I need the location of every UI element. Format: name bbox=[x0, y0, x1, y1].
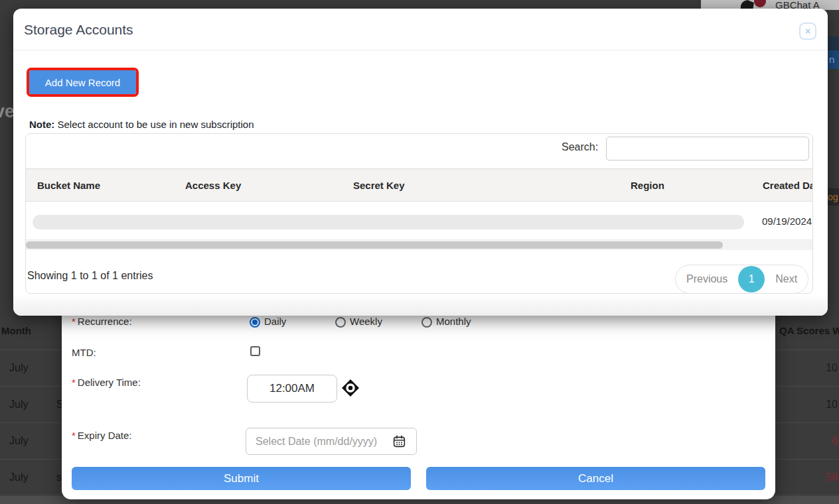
previous-page-button[interactable]: Previous bbox=[676, 273, 738, 285]
account-row[interactable]: 09/19/2024 bbox=[26, 202, 812, 240]
background-heading-fragment: ve bbox=[0, 101, 15, 122]
search-label: Search: bbox=[562, 141, 598, 153]
month-cell: July bbox=[9, 472, 28, 483]
accounts-table-card: Search: Bucket Name Access Key Secret Ke… bbox=[25, 133, 813, 294]
add-new-record-button[interactable]: Add New Record bbox=[29, 70, 136, 94]
horizontal-scrollbar[interactable] bbox=[26, 240, 812, 250]
modal-footer bbox=[13, 294, 828, 316]
radio-monthly[interactable] bbox=[421, 317, 432, 328]
background-button-fragment: n bbox=[828, 50, 839, 69]
cell-fragment: s bbox=[56, 472, 62, 483]
search-input[interactable] bbox=[606, 137, 809, 160]
qa-scores-column-header: QA Scores W bbox=[779, 325, 839, 336]
redacted-account-data bbox=[33, 215, 744, 229]
accounts-table-header: Bucket Name Access Key Secret Key Region… bbox=[26, 168, 812, 202]
next-page-button[interactable]: Next bbox=[765, 273, 808, 285]
region-header: Region bbox=[631, 169, 664, 202]
page-number-active[interactable]: 1 bbox=[738, 266, 765, 292]
bucket-name-header: Bucket Name bbox=[37, 169, 100, 202]
access-key-header: Access Key bbox=[185, 169, 241, 202]
delivery-time-input[interactable] bbox=[247, 375, 337, 403]
month-cell: July bbox=[9, 399, 28, 410]
created-date-header: Created Dat bbox=[763, 169, 813, 202]
cancel-button[interactable]: Cancel bbox=[426, 467, 765, 490]
month-cell: July bbox=[9, 362, 28, 374]
screen: GBChat A ve n og Month QA Scores W July … bbox=[0, 0, 839, 504]
note-text: Note: Select account to be use in new su… bbox=[29, 119, 254, 130]
radio-daily-label[interactable]: Daily bbox=[264, 316, 286, 327]
divider bbox=[13, 50, 828, 50]
storage-accounts-modal: Storage Accounts × Add New Record Note: … bbox=[13, 9, 828, 316]
radio-weekly[interactable] bbox=[335, 317, 346, 328]
radio-weekly-label[interactable]: Weekly bbox=[350, 316, 382, 327]
radio-daily[interactable] bbox=[250, 317, 260, 328]
required-marker: * bbox=[72, 316, 76, 327]
background-navbar-fragment bbox=[828, 36, 839, 50]
delivery-time-label: *Delivery Time: bbox=[72, 377, 141, 388]
schedule-form-modal: *Recurrence: Daily Weekly Monthly MTD: *… bbox=[62, 292, 775, 499]
submit-button[interactable]: Submit bbox=[72, 467, 411, 490]
month-column-header: Month bbox=[1, 325, 31, 336]
created-date-cell: 09/19/2024 bbox=[762, 216, 812, 227]
pagination: Previous 1 Next bbox=[675, 265, 808, 294]
modal-title: Storage Accounts bbox=[24, 22, 133, 38]
qa-cell: 10 bbox=[826, 362, 838, 374]
note-label: Note: bbox=[29, 119, 54, 130]
background-link-fragment: og bbox=[828, 188, 839, 206]
timepicker-target-icon[interactable] bbox=[342, 379, 359, 397]
entries-status: Showing 1 to 1 of 1 entries bbox=[27, 270, 153, 282]
scrollbar-thumb[interactable] bbox=[26, 241, 723, 249]
expiry-date-label: *Expiry Date: bbox=[72, 430, 132, 441]
calendar-icon[interactable] bbox=[392, 434, 406, 448]
radio-monthly-label[interactable]: Monthly bbox=[436, 316, 471, 327]
required-marker: * bbox=[72, 430, 76, 441]
expiry-date-input[interactable] bbox=[246, 428, 417, 455]
qa-cell: 58 bbox=[826, 472, 838, 483]
qa-cell: 10 bbox=[826, 399, 838, 410]
mtd-checkbox[interactable] bbox=[250, 346, 260, 356]
close-icon[interactable]: × bbox=[799, 23, 816, 40]
month-cell: July bbox=[9, 435, 28, 447]
required-marker: * bbox=[72, 377, 76, 388]
secret-key-header: Secret Key bbox=[353, 169, 405, 202]
qa-cell: 6 bbox=[832, 435, 838, 447]
mtd-label: MTD: bbox=[72, 347, 96, 358]
recurrence-label: *Recurrence: bbox=[72, 316, 132, 327]
